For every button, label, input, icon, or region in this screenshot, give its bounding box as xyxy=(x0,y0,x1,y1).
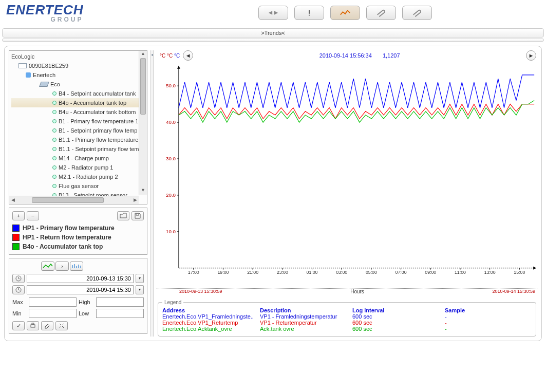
tree-leaf[interactable]: Flue gas sensor xyxy=(11,181,145,191)
chart-prev-button[interactable]: ◄ xyxy=(183,50,193,61)
tree-leaf[interactable]: B13 - Setpoint room sensor xyxy=(11,191,145,196)
chart-timestamp: 2010-09-14 15:56:34 xyxy=(319,52,372,59)
tree-leaf[interactable]: B1.1 - Primary flow temperature xyxy=(11,135,145,144)
toolbar-config2-button[interactable] xyxy=(402,6,432,20)
svg-rect-0 xyxy=(309,10,310,13)
tree-vendor[interactable]: Enertech xyxy=(11,70,145,80)
main-area: EcoLogic 0090E81BE259 Enertech Eco B4 - … xyxy=(4,46,542,341)
divider-bar xyxy=(2,39,544,42)
tree-leaf[interactable]: B4u - Accumulator tank bottom xyxy=(11,107,145,117)
chart-canvas[interactable]: 10.020.030.040.050.017:0019:0021:0023:00… xyxy=(157,63,537,289)
apply-button[interactable]: ✓ xyxy=(12,321,25,330)
arrow-left-icon: ◄ xyxy=(185,52,191,59)
tree-leaf[interactable]: B4 - Setpoint accumulator tank xyxy=(11,89,145,98)
controls-panel: › ▾ ▾ Max High Min Low xyxy=(9,258,147,334)
valve-icon xyxy=(268,9,279,17)
legend-cell: - xyxy=(445,326,532,332)
node-icon xyxy=(26,72,31,78)
tree-leaf[interactable]: B1 - Setpoint primary flow temp xyxy=(11,126,145,135)
scroll-left-icon[interactable]: ◀ xyxy=(9,196,16,204)
zoom-extents-button[interactable] xyxy=(55,321,68,330)
svg-marker-10 xyxy=(533,267,536,270)
max-label: Max xyxy=(12,299,27,305)
high-label: High xyxy=(79,299,94,305)
svg-text:23:00: 23:00 xyxy=(277,270,288,275)
svg-text:17:00: 17:00 xyxy=(188,270,199,275)
bullet-icon xyxy=(52,184,57,188)
clock-from-button[interactable] xyxy=(12,274,25,283)
toolbar-info-button[interactable] xyxy=(294,6,324,20)
x-end-label: 2010-09-14 15:30:59 xyxy=(492,289,535,294)
series-panel: + − HP1 - Primary flow temperatureHP1 - … xyxy=(9,208,147,255)
min-input[interactable] xyxy=(29,309,77,318)
min-label: Min xyxy=(12,310,27,316)
hscroll-thumb[interactable] xyxy=(32,197,104,203)
clock-to-button[interactable] xyxy=(12,285,25,294)
svg-text:05:00: 05:00 xyxy=(366,270,377,275)
tree-leaf[interactable]: B4o - Accumulator tank top xyxy=(11,98,145,107)
bullet-icon xyxy=(52,110,57,114)
tree-hscroll[interactable]: ◀ ▶ xyxy=(9,196,139,204)
erase-button[interactable] xyxy=(41,321,53,330)
low-input[interactable] xyxy=(96,309,144,318)
svg-rect-6 xyxy=(32,323,34,325)
save-button[interactable] xyxy=(131,211,144,220)
printer-icon xyxy=(30,323,36,329)
series-label: HP1 - Return flow temperature xyxy=(23,234,111,241)
open-folder-button[interactable] xyxy=(117,211,129,220)
legend-title: Legend xyxy=(162,300,183,305)
wrench-icon xyxy=(411,9,423,17)
series-row[interactable]: B4o - Accumulator tank top xyxy=(12,242,144,251)
tree-device[interactable]: 0090E81BE259 xyxy=(11,61,145,70)
remove-series-button[interactable]: − xyxy=(27,211,39,220)
series-row[interactable]: HP1 - Return flow temperature xyxy=(12,233,144,242)
vscroll-thumb[interactable] xyxy=(140,58,146,115)
bullet-icon xyxy=(52,147,57,151)
add-series-button[interactable]: + xyxy=(12,211,25,220)
tree-leaf[interactable]: B1 - Primary flow temperature 1 xyxy=(11,117,145,126)
time-to-input[interactable] xyxy=(27,285,134,294)
legend-cell: - xyxy=(445,313,532,320)
scroll-right-icon[interactable]: ▶ xyxy=(131,196,139,204)
tree-leaf[interactable]: M14 - Charge pump xyxy=(11,154,145,163)
exclaim-icon xyxy=(304,9,315,17)
tree-leaf[interactable]: M2 - Radiator pump 1 xyxy=(11,163,145,172)
svg-text:09:00: 09:00 xyxy=(425,270,436,275)
toolbar-trends-button[interactable] xyxy=(330,6,360,20)
mode-c-button[interactable] xyxy=(70,262,83,271)
splitter[interactable]: ◂ xyxy=(150,50,154,337)
scroll-down-icon[interactable]: ▼ xyxy=(139,188,147,195)
tree-product[interactable]: Eco xyxy=(11,80,145,89)
svg-text:10.0: 10.0 xyxy=(166,229,176,234)
tree-leaf[interactable]: M2.1 - Radiator pump 2 xyxy=(11,172,145,181)
tree-root[interactable]: EcoLogic xyxy=(11,52,145,61)
wrench-icon xyxy=(375,9,387,17)
tree-vscroll[interactable]: ▲ ▼ xyxy=(139,51,147,195)
series-label: B4o - Accumulator tank top xyxy=(23,243,103,250)
chart-value: 1,1207 xyxy=(383,52,400,59)
print-button[interactable] xyxy=(27,321,39,330)
mode-b-button[interactable]: › xyxy=(55,262,69,271)
series-row[interactable]: HP1 - Primary flow temperature xyxy=(12,223,144,233)
tree-leaf[interactable]: B1.1 - Setpoint primary flow tem xyxy=(11,144,145,154)
toolbar-valve-button[interactable] xyxy=(258,6,288,20)
chart-next-button[interactable]: ► xyxy=(526,50,536,61)
section-title-bar: >Trends< xyxy=(2,28,544,38)
legend-cell: - xyxy=(445,320,532,326)
nav-tree[interactable]: EcoLogic 0090E81BE259 Enertech Eco B4 - … xyxy=(9,51,147,196)
toolbar-config1-button[interactable] xyxy=(366,6,396,20)
folder-icon xyxy=(120,213,127,219)
max-input[interactable] xyxy=(29,297,77,307)
svg-text:21:00: 21:00 xyxy=(247,270,258,275)
scroll-up-icon[interactable]: ▲ xyxy=(139,51,147,58)
legend-header: Log interval xyxy=(352,307,445,313)
time-from-input[interactable] xyxy=(27,274,134,283)
mode-a-button[interactable] xyxy=(41,262,54,271)
svg-marker-8 xyxy=(177,66,180,69)
section-title: >Trends< xyxy=(261,30,285,36)
bullet-icon xyxy=(52,175,57,179)
time-from-dropdown[interactable]: ▾ xyxy=(136,274,144,283)
time-from-row: ▾ xyxy=(12,274,144,283)
time-to-dropdown[interactable]: ▾ xyxy=(136,285,144,294)
high-input[interactable] xyxy=(96,297,144,307)
